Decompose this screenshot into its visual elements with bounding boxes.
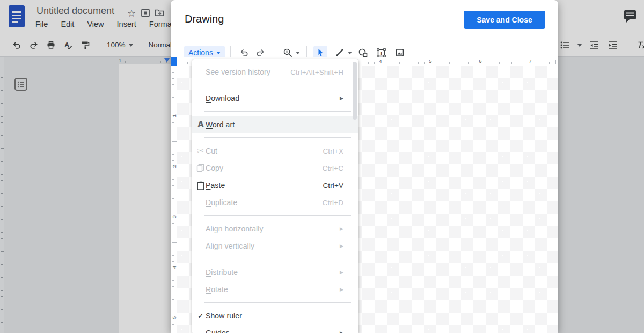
ruler-tick: [172, 249, 174, 249]
menu-divider: [204, 215, 351, 216]
chevron-down-icon[interactable]: [296, 52, 300, 56]
chevron-down-icon: [216, 52, 221, 56]
ruler-tick: [172, 236, 174, 236]
ruler-tick: [368, 62, 369, 64]
menu-item-distribute[interactable]: Distribute▶: [192, 264, 358, 281]
clipboard-icon: [196, 180, 206, 190]
menu-item-align-vertically[interactable]: Align vertically▶: [192, 237, 358, 255]
ruler-number: 5: [171, 315, 177, 321]
dialog-title: Drawing: [185, 13, 224, 25]
ruler-tick: [172, 205, 174, 205]
ruler-tick: [412, 62, 412, 64]
menu-item-download[interactable]: Download▶: [192, 90, 358, 107]
menu-item-duplicate[interactable]: DuplicateCtrl+D: [192, 194, 358, 211]
menu-item-icon-empty: [196, 285, 206, 294]
menu-item-paste[interactable]: PasteCtrl+V: [192, 177, 358, 194]
ruler-tick: [424, 62, 425, 64]
ruler-tick: [172, 192, 177, 192]
ruler-tick: [555, 60, 556, 64]
ruler-tick: [387, 62, 387, 64]
submenu-arrow-icon: ▶: [340, 243, 343, 249]
ruler-tick: [449, 62, 450, 64]
menu-item-show-ruler[interactable]: ✓Show ruler: [192, 307, 358, 324]
menu-item-align-horizontally[interactable]: Align horizontally▶: [192, 220, 358, 237]
menu-item-word-art[interactable]: AWord art: [192, 116, 358, 133]
menu-item-rotate[interactable]: Rotate▶: [192, 281, 358, 298]
submenu-arrow-icon: ▶: [340, 330, 343, 333]
ruler-number: 1: [171, 113, 177, 119]
ruler-tick: [172, 306, 174, 306]
ruler-tick: [172, 211, 174, 211]
wordart-icon: A: [196, 120, 206, 129]
ruler-tick: [172, 179, 174, 180]
ruler-tick: [511, 62, 512, 64]
menu-divider: [204, 111, 351, 112]
ruler-tick: [393, 62, 393, 64]
ruler-tick: [172, 141, 177, 142]
menu-item-icon-empty: [196, 328, 206, 333]
ruler-tick: [172, 223, 174, 224]
ruler-number: 4: [379, 58, 382, 64]
menu-divider: [204, 85, 351, 85]
svg-text:T: T: [380, 50, 383, 56]
ruler-tick: [172, 154, 174, 155]
menu-item-see-version-history[interactable]: See version historyCtrl+Alt+Shift+H: [192, 63, 358, 81]
ruler-tick: [172, 160, 174, 161]
drawing-vertical-ruler: 12345: [171, 66, 177, 333]
ruler-tick: [172, 261, 174, 262]
ruler-tick: [374, 62, 375, 64]
ruler-tick: [406, 60, 406, 64]
menu-scrollbar[interactable]: [353, 62, 357, 120]
ruler-tick: [172, 242, 177, 243]
ruler-tick: [172, 173, 174, 173]
menu-item-copy[interactable]: CopyCtrl+C: [192, 160, 358, 177]
copy-icon: [196, 163, 206, 173]
chevron-down-icon[interactable]: [348, 52, 352, 56]
menu-item-icon-empty: [196, 67, 206, 77]
menu-item-shortcut: Ctrl+D: [323, 199, 343, 207]
save-and-close-button[interactable]: Save and Close: [464, 11, 545, 29]
menu-item-icon-empty: [196, 198, 206, 207]
menu-item-label: Rotate: [206, 285, 228, 294]
menu-item-shortcut: Ctrl+X: [323, 147, 343, 155]
check-icon: ✓: [196, 311, 206, 321]
menu-item-label: Duplicate: [206, 198, 237, 207]
ruler-tick: [172, 185, 174, 186]
ruler-tick: [172, 312, 174, 312]
ruler-number: 4: [171, 264, 177, 271]
ruler-tick: [172, 122, 174, 123]
ruler-tick: [443, 62, 443, 64]
ruler-tick: [524, 62, 524, 64]
ruler-corner: [171, 57, 177, 66]
menu-item-guides[interactable]: Guides▶: [192, 324, 358, 333]
ruler-tick: [549, 62, 550, 64]
ruler-tick: [172, 104, 174, 104]
menu-item-label: Guides: [206, 329, 230, 333]
menu-item-label: Word art: [206, 120, 235, 129]
ruler-tick: [172, 299, 174, 300]
ruler-tick: [537, 62, 537, 64]
ruler-tick: [172, 91, 177, 91]
ruler-tick: [506, 60, 506, 64]
ruler-number: 6: [479, 58, 481, 64]
ruler-number: 5: [429, 58, 431, 64]
ruler-tick: [172, 280, 174, 281]
menu-item-label: Align horizontally: [206, 225, 264, 233]
menu-item-shortcut: Ctrl+C: [323, 164, 343, 172]
actions-menu: See version historyCtrl+Alt+Shift+HDownl…: [192, 59, 358, 333]
ruler-tick: [487, 62, 487, 64]
ruler-tick: [172, 293, 177, 293]
ruler-tick: [418, 62, 419, 64]
ruler-number: 3: [171, 214, 177, 220]
menu-item-cut[interactable]: ✂CutCtrl+X: [192, 142, 358, 160]
ruler-tick: [172, 324, 174, 325]
ruler-tick: [462, 62, 462, 64]
menu-divider: [204, 302, 351, 303]
scissors-icon: ✂: [196, 146, 206, 156]
menu-item-label: Paste: [206, 181, 225, 190]
menu-item-label: Cut: [206, 147, 217, 155]
ruler-tick: [172, 135, 174, 135]
ruler-tick: [474, 62, 474, 64]
ruler-tick: [172, 148, 174, 148]
menu-item-shortcut: Ctrl+Alt+Shift+H: [290, 68, 343, 76]
